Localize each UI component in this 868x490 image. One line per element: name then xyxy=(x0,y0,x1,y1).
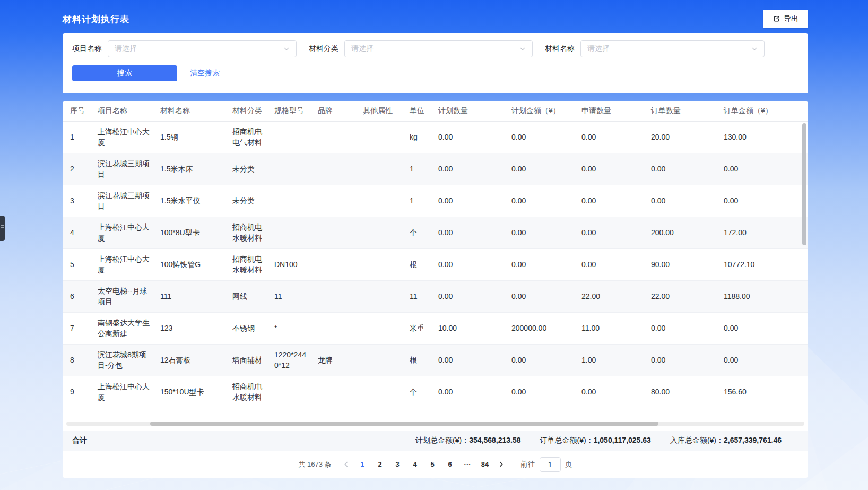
prev-page-button[interactable] xyxy=(339,457,354,472)
cell-category: 未分类 xyxy=(226,153,268,185)
pagination-total-count: 共 1673 条 xyxy=(298,460,331,469)
filter-material-name: 材料名称 请选择 xyxy=(545,40,765,57)
summary-item-value: 354,568,213.58 xyxy=(469,436,520,444)
cell-project: 太空电梯--月球项目 xyxy=(91,280,154,312)
cell-index: 7 xyxy=(63,312,91,344)
summary-total-label: 合计 xyxy=(63,436,87,445)
summary-item-label: 订单总金额(¥)： xyxy=(540,436,594,444)
cell-plan-amount: 0.00 xyxy=(505,153,575,185)
chevron-down-icon xyxy=(283,46,290,52)
cell-unit: 根 xyxy=(403,248,432,280)
cell-plan-qty: 0.00 xyxy=(432,121,505,153)
cell-apply-qty: 22.00 xyxy=(575,280,645,312)
page-suffix-label: 页 xyxy=(565,460,572,469)
project-name-select[interactable]: 请选择 xyxy=(108,40,297,57)
cell-unit: kg xyxy=(403,121,432,153)
cell-index: 5 xyxy=(63,248,91,280)
filter-material-category: 材料分类 请选择 xyxy=(309,40,533,57)
vertical-scrollbar-thumb[interactable] xyxy=(802,123,806,245)
search-button[interactable]: 搜索 xyxy=(72,65,177,81)
cell-plan-qty: 0.00 xyxy=(432,376,505,408)
material-category-select[interactable]: 请选择 xyxy=(344,40,533,57)
goto-page-group: 前往 页 xyxy=(520,457,572,472)
column-header-plan-qty: 计划数量 xyxy=(432,101,505,121)
cell-material: 100铸铁管G xyxy=(154,248,226,280)
cell-material: 123 xyxy=(154,312,226,344)
filter-panel: 项目名称 请选择 材料分类 请选择 材料名称 请选择 搜索 清空搜索 xyxy=(63,33,808,93)
cell-project: 滨江花城8期项目-分包 xyxy=(91,344,154,376)
cell-category: 招商机电水暖材料 xyxy=(226,376,268,408)
column-header-plan-amount: 计划金额（¥） xyxy=(505,101,575,121)
cell-project: 上海松江中心大厦 xyxy=(91,248,154,280)
cell-order-qty: 22.00 xyxy=(645,280,717,312)
table-row: 1上海松江中心大厦1.5钢招商机电电气材料kg0.000.000.0020.00… xyxy=(63,121,808,153)
page-button-2[interactable]: 2 xyxy=(371,457,389,472)
cell-plan-amount: 0.00 xyxy=(505,344,575,376)
material-name-select[interactable]: 请选择 xyxy=(580,40,765,57)
cell-apply-qty: 0.00 xyxy=(575,153,645,185)
table-row: 4上海松江中心大厦100*8U型卡招商机电水暖材料个0.000.000.0020… xyxy=(63,217,808,248)
cell-apply-qty: 0.00 xyxy=(575,217,645,248)
cell-project: 南钢盛达大学生公寓新建 xyxy=(91,312,154,344)
chevron-down-icon xyxy=(751,46,758,52)
page-button-4[interactable]: 4 xyxy=(406,457,424,472)
cell-category: 招商机电电气材料 xyxy=(226,121,268,153)
cell-order-qty: 80.00 xyxy=(645,376,717,408)
clear-search-link[interactable]: 清空搜索 xyxy=(190,68,220,78)
table-row: 3滨江花城三期项目1.5米水平仪未分类10.000.000.000.000.00 xyxy=(63,185,808,217)
cell-order-amount: 130.00 xyxy=(717,121,808,153)
page-button-3[interactable]: 3 xyxy=(389,457,406,472)
column-header-index: 序号 xyxy=(63,101,91,121)
cell-spec xyxy=(268,376,311,408)
cell-project: 滨江花城三期项目 xyxy=(91,185,154,217)
select-placeholder: 请选择 xyxy=(115,44,137,54)
cell-spec xyxy=(268,185,311,217)
page-button-1[interactable]: 1 xyxy=(354,457,371,472)
page-button-84[interactable]: 84 xyxy=(476,457,494,472)
cell-plan-amount: 0.00 xyxy=(505,217,575,248)
table-row: 5上海松江中心大厦100铸铁管G招商机电水暖材料DN100根0.000.000.… xyxy=(63,248,808,280)
page-button-6[interactable]: 6 xyxy=(441,457,459,472)
export-button[interactable]: 导出 xyxy=(763,10,808,28)
more-pages-button[interactable]: ··· xyxy=(459,457,476,472)
cell-plan-amount: 0.00 xyxy=(505,248,575,280)
column-header-unit: 单位 xyxy=(403,101,432,121)
cell-order-amount: 156.60 xyxy=(717,376,808,408)
summary-item-value: 1,050,117,025.63 xyxy=(594,436,651,444)
filter-label: 材料名称 xyxy=(545,44,575,54)
horizontal-scrollbar-track[interactable] xyxy=(66,422,804,426)
cell-order-amount: 0.00 xyxy=(717,153,808,185)
cell-project: 滨江花城三期项目 xyxy=(91,153,154,185)
cell-index: 1 xyxy=(63,121,91,153)
cell-plan-qty: 0.00 xyxy=(432,185,505,217)
data-table-panel: 序号项目名称材料名称材料分类规格型号品牌其他属性单位计划数量计划金额（¥）申请数… xyxy=(63,101,808,478)
cell-material: 1.5钢 xyxy=(154,121,226,153)
cell-apply-qty: 0.00 xyxy=(575,185,645,217)
cell-spec: 11 xyxy=(268,280,311,312)
column-header-brand: 品牌 xyxy=(311,101,357,121)
cell-attrs xyxy=(357,185,403,217)
cell-attrs xyxy=(357,248,403,280)
summary-item-label: 计划总金额(¥)： xyxy=(415,436,469,444)
cell-order-amount: 0.00 xyxy=(717,344,808,376)
cell-apply-qty: 1.00 xyxy=(575,344,645,376)
summary-item: 计划总金额(¥)：354,568,213.58 xyxy=(415,436,520,445)
next-page-button[interactable] xyxy=(494,457,509,472)
cell-attrs xyxy=(357,312,403,344)
cell-unit: 11 xyxy=(403,280,432,312)
cell-spec: * xyxy=(268,312,311,344)
cell-material: 150*10U型卡 xyxy=(154,376,226,408)
select-placeholder: 请选择 xyxy=(351,44,374,54)
cell-apply-qty: 0.00 xyxy=(575,121,645,153)
goto-page-input[interactable] xyxy=(540,457,561,472)
side-drawer-handle[interactable] xyxy=(0,216,5,241)
cell-order-qty: 0.00 xyxy=(645,185,717,217)
cell-material: 12石膏板 xyxy=(154,344,226,376)
goto-label: 前往 xyxy=(520,460,535,469)
table-row: 9上海松江中心大厦150*10U型卡招商机电水暖材料个0.000.000.008… xyxy=(63,376,808,408)
horizontal-scrollbar-thumb[interactable] xyxy=(150,422,658,426)
cell-material: 1.5米水平仪 xyxy=(154,185,226,217)
table-header-row: 序号项目名称材料名称材料分类规格型号品牌其他属性单位计划数量计划金额（¥）申请数… xyxy=(63,101,808,121)
table-row: 6太空电梯--月球项目111网线11110.000.0022.0022.0011… xyxy=(63,280,808,312)
page-button-5[interactable]: 5 xyxy=(424,457,441,472)
